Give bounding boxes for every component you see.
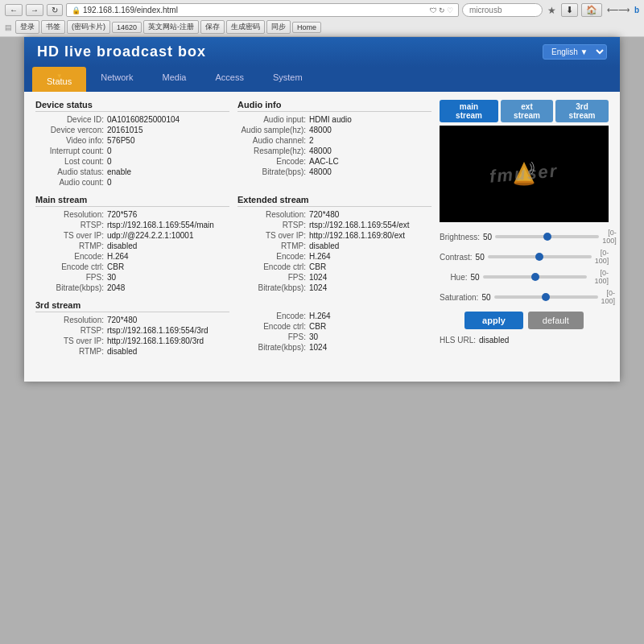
page-title: HD live broadcast box [37, 43, 206, 60]
resample-row: Resample(hz): 48000 [237, 147, 431, 155]
home-toolbar-btn[interactable]: Home [292, 22, 321, 33]
extended-stream-section: Extended stream Resolution: 720*480 RTSP… [237, 195, 431, 294]
saturation-value: 50 [481, 293, 490, 302]
reload-small-icon: ↻ [439, 6, 445, 14]
main-stream-section: Main stream Resolution: 720*576 RTSP: rt… [35, 195, 229, 294]
stream-tabs: main stream ext stream 3rd stream [440, 100, 609, 122]
hls-row: HLS URL: disabled [440, 336, 609, 345]
folder-icon: ▤ [5, 23, 12, 31]
brightness-value: 50 [483, 233, 492, 242]
download-button[interactable]: ⬇ [561, 3, 578, 17]
hue-value: 50 [471, 273, 481, 282]
url-display[interactable]: 192.168.1.169/eindex.html [83, 6, 427, 14]
contrast-value: 50 [476, 253, 485, 262]
brightness-slider[interactable] [495, 235, 599, 238]
nav-bar: Status Network Media Access System [24, 67, 620, 92]
browser-chrome: ← → ↻ 🔒 192.168.1.169/eindex.html 🛡 ↻ ♡ … [0, 0, 644, 37]
stream3-section: 3rd stream Resolution: 720*480 RTSP: rts… [35, 300, 229, 357]
audio-input-row: Audio input: HDMI audio [237, 115, 431, 124]
contrast-label: Contrast: [440, 253, 473, 262]
star-icon: ★ [546, 5, 558, 16]
sync-btn[interactable]: 同步 [266, 20, 291, 34]
extended-stream-title: Extended stream [237, 195, 431, 207]
home-button[interactable]: 🏠 [581, 3, 602, 17]
browser-top-bar: ← → ↻ 🔒 192.168.1.169/eindex.html 🛡 ↻ ♡ … [5, 3, 639, 17]
language-select[interactable]: English ▼ [543, 44, 607, 60]
nav-item-system[interactable]: System [258, 67, 317, 92]
nav-item-media[interactable]: Media [148, 67, 201, 92]
video-preview: fmuser [440, 126, 609, 222]
stream3-right: Encode: H.264 Encode ctrl: CBR FPS: 30 B… [237, 300, 431, 357]
device-status-section: Device status Device ID: 0A1016082500010… [35, 100, 229, 188]
main-content: Device status Device ID: 0A1016082500010… [24, 92, 620, 365]
password-card-btn[interactable]: (密码卡片) [67, 20, 110, 34]
bitrate-bps-row: Bitrate(bps): 48000 [237, 167, 431, 176]
english-site-btn[interactable]: 英文网站-注册 [143, 20, 199, 34]
browser-toolbar: ▤ 登录 书签 (密码卡片) 14620 英文网站-注册 保存 生成密码 同步 … [5, 20, 639, 34]
brightness-label: Brightness: [440, 233, 480, 242]
login-btn[interactable]: 登录 [15, 20, 39, 34]
page-header: HD live broadcast box English ▼ [24, 37, 620, 67]
device-id-row: Device ID: 0A10160825000104 [35, 115, 229, 124]
brightness-slider-row: Brightness: 50 [0-100] [440, 229, 609, 245]
encode-row: Encode: AAC-LC [237, 157, 431, 166]
audio-info-section: Audio info Audio input: HDMI audio Audio… [237, 100, 431, 188]
nav-item-network[interactable]: Network [86, 67, 147, 92]
shield-icon: 🛡 [430, 6, 437, 14]
contrast-slider[interactable] [488, 255, 592, 258]
bottom-spacer [24, 365, 620, 382]
saturation-slider[interactable] [494, 295, 598, 299]
page-wrapper: HD live broadcast box English ▼ Status N… [24, 37, 620, 382]
saturation-slider-row: Saturation: 50 [0-100] [440, 289, 609, 305]
stream3-title: 3rd stream [35, 300, 229, 312]
audio-channel-row: Audio channel: 2 [237, 136, 431, 145]
interrupt-count-row: Interrupt count: 0 [35, 147, 229, 155]
svg-point-1 [514, 180, 535, 185]
hls-value: disabled [479, 336, 509, 345]
vlc-cone-icon [508, 158, 540, 190]
lost-count-row: Lost count: 0 [35, 157, 229, 166]
saturation-range: [0-100] [601, 289, 616, 305]
gen-password-btn[interactable]: 生成密码 [226, 20, 265, 34]
audio-sample-row: Audio sample(hz): 48000 [237, 126, 431, 134]
hue-slider-row: Hue: 50 [0-100] [440, 269, 609, 285]
apply-button[interactable]: apply [464, 312, 523, 329]
refresh-button[interactable]: ↻ [47, 4, 63, 16]
video-info-row: Video info: 576P50 [35, 136, 229, 145]
action-buttons: apply default [440, 312, 609, 329]
main-stream-title: Main stream [35, 195, 229, 207]
arrows-icon: ⟵⟶ [605, 6, 631, 14]
default-button[interactable]: default [528, 312, 584, 329]
number-btn[interactable]: 14620 [112, 22, 142, 33]
stream3-tab[interactable]: 3rd stream [555, 100, 609, 122]
hue-slider[interactable] [483, 275, 587, 279]
contrast-range: [0-100] [595, 249, 609, 265]
search-input[interactable] [462, 3, 543, 17]
contrast-slider-row: Contrast: 50 [0-100] [440, 249, 609, 265]
audio-count-row: Audio count: 0 [35, 178, 229, 187]
main-stream-tab[interactable]: main stream [440, 100, 498, 122]
device-status-title: Device status [35, 100, 229, 112]
saturation-label: Saturation: [440, 293, 478, 302]
save-btn[interactable]: 保存 [200, 20, 225, 34]
security-lock-icon: 🔒 [72, 6, 80, 14]
audio-status-row: Audio status: enable [35, 167, 229, 176]
bookmark-btn[interactable]: 书签 [41, 20, 65, 34]
device-version-row: Device vercon: 20161015 [35, 126, 229, 134]
nav-item-status[interactable]: Status [32, 67, 86, 92]
right-panel: main stream ext stream 3rd stream fmuser [440, 100, 609, 357]
heart-icon: ♡ [447, 6, 453, 14]
forward-button[interactable]: → [26, 4, 43, 16]
sliders-section: Brightness: 50 [0-100] Contrast: 50 [0-1… [440, 229, 609, 305]
left-panel: Device status Device ID: 0A1016082500010… [35, 100, 431, 357]
brand-icon: b [634, 6, 639, 14]
ext-stream-tab[interactable]: ext stream [501, 100, 553, 122]
hls-label: HLS URL: [440, 336, 476, 345]
hue-label: Hue: [440, 273, 468, 282]
back-button[interactable]: ← [5, 4, 23, 16]
brightness-range: [0-100] [602, 229, 617, 245]
hue-range: [0-100] [590, 269, 609, 285]
nav-item-access[interactable]: Access [201, 67, 258, 92]
audio-info-title: Audio info [237, 100, 431, 112]
